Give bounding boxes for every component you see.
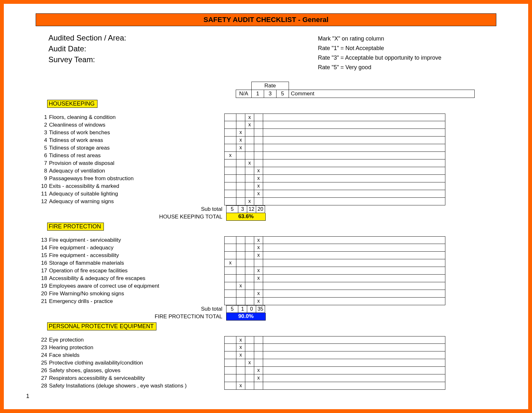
rate-cell-3[interactable] xyxy=(245,267,254,275)
rate-cell-1[interactable] xyxy=(236,175,245,182)
rate-cell-1[interactable] xyxy=(236,367,245,374)
rate-cell-5[interactable]: x xyxy=(254,374,263,382)
rate-cell-3[interactable] xyxy=(245,275,254,282)
rate-cell-1[interactable] xyxy=(236,152,245,159)
rate-cell-5[interactable] xyxy=(254,351,263,359)
rate-cell-na[interactable] xyxy=(224,114,236,121)
rate-cell-na[interactable] xyxy=(224,351,236,359)
rate-cell-5[interactable]: x xyxy=(254,167,263,175)
rate-cell-na[interactable]: x xyxy=(224,259,236,267)
comment-cell[interactable] xyxy=(263,282,445,290)
rate-cell-na[interactable] xyxy=(224,367,236,374)
rate-cell-1[interactable]: x xyxy=(236,344,245,351)
rate-cell-5[interactable]: x xyxy=(254,298,263,305)
comment-cell[interactable] xyxy=(263,190,445,198)
rate-cell-3[interactable] xyxy=(245,236,254,244)
rate-cell-5[interactable]: x xyxy=(254,175,263,182)
comment-cell[interactable] xyxy=(263,275,445,282)
rate-cell-5[interactable] xyxy=(254,344,263,351)
rate-cell-5[interactable] xyxy=(254,198,263,205)
comment-cell[interactable] xyxy=(263,374,445,382)
rate-cell-1[interactable]: x xyxy=(236,144,245,152)
rate-cell-1[interactable] xyxy=(236,359,245,367)
rate-cell-1[interactable] xyxy=(236,267,245,275)
rate-cell-1[interactable] xyxy=(236,114,245,121)
rate-cell-3[interactable] xyxy=(245,252,254,259)
rate-cell-na[interactable] xyxy=(224,374,236,382)
rate-cell-3[interactable] xyxy=(245,190,254,198)
rate-cell-1[interactable] xyxy=(236,159,245,167)
comment-cell[interactable] xyxy=(263,121,445,129)
rate-cell-na[interactable] xyxy=(224,244,236,252)
rate-cell-na[interactable] xyxy=(224,252,236,259)
comment-cell[interactable] xyxy=(263,244,445,252)
rate-cell-na[interactable] xyxy=(224,182,236,190)
rate-cell-na[interactable] xyxy=(224,336,236,344)
rate-cell-na[interactable] xyxy=(224,198,236,205)
rate-cell-5[interactable]: x xyxy=(254,290,263,298)
rate-cell-5[interactable] xyxy=(254,259,263,267)
rate-cell-3[interactable] xyxy=(245,136,254,144)
rate-cell-na[interactable] xyxy=(224,359,236,367)
rate-cell-na[interactable] xyxy=(224,275,236,282)
rate-cell-3[interactable] xyxy=(245,129,254,136)
rate-cell-3[interactable]: x xyxy=(245,159,254,167)
rate-cell-1[interactable] xyxy=(236,252,245,259)
rate-cell-3[interactable] xyxy=(245,175,254,182)
comment-cell[interactable] xyxy=(263,182,445,190)
rate-cell-5[interactable]: x xyxy=(254,236,263,244)
comment-cell[interactable] xyxy=(263,159,445,167)
rate-cell-5[interactable]: x xyxy=(254,267,263,275)
rate-cell-na[interactable] xyxy=(224,298,236,305)
rate-cell-3[interactable] xyxy=(245,259,254,267)
rate-cell-1[interactable] xyxy=(236,290,245,298)
rate-cell-5[interactable] xyxy=(254,114,263,121)
rate-cell-na[interactable] xyxy=(224,121,236,129)
rate-cell-na[interactable] xyxy=(224,167,236,175)
rate-cell-5[interactable] xyxy=(254,136,263,144)
rate-cell-3[interactable] xyxy=(245,182,254,190)
rate-cell-3[interactable] xyxy=(245,144,254,152)
comment-cell[interactable] xyxy=(263,167,445,175)
rate-cell-3[interactable]: x xyxy=(245,114,254,121)
rate-cell-5[interactable]: x xyxy=(254,182,263,190)
rate-cell-1[interactable] xyxy=(236,198,245,205)
rate-cell-na[interactable] xyxy=(224,282,236,290)
rate-cell-1[interactable] xyxy=(236,259,245,267)
comment-cell[interactable] xyxy=(263,144,445,152)
rate-cell-1[interactable] xyxy=(236,236,245,244)
rate-cell-3[interactable] xyxy=(245,382,254,390)
rate-cell-5[interactable] xyxy=(254,129,263,136)
rate-cell-1[interactable]: x xyxy=(236,136,245,144)
comment-cell[interactable] xyxy=(263,129,445,136)
rate-cell-5[interactable] xyxy=(254,121,263,129)
rate-cell-na[interactable] xyxy=(224,290,236,298)
comment-cell[interactable] xyxy=(263,336,445,344)
comment-cell[interactable] xyxy=(263,344,445,351)
comment-cell[interactable] xyxy=(263,114,445,121)
rate-cell-3[interactable] xyxy=(245,351,254,359)
rate-cell-5[interactable]: x xyxy=(254,252,263,259)
rate-cell-na[interactable] xyxy=(224,236,236,244)
rate-cell-1[interactable] xyxy=(236,182,245,190)
comment-cell[interactable] xyxy=(263,198,445,205)
comment-cell[interactable] xyxy=(263,259,445,267)
rate-cell-na[interactable] xyxy=(224,129,236,136)
rate-cell-3[interactable] xyxy=(245,374,254,382)
rate-cell-5[interactable] xyxy=(254,282,263,290)
rate-cell-na[interactable] xyxy=(224,190,236,198)
rate-cell-3[interactable] xyxy=(245,298,254,305)
rate-cell-5[interactable] xyxy=(254,382,263,390)
rate-cell-5[interactable] xyxy=(254,159,263,167)
rate-cell-5[interactable] xyxy=(254,336,263,344)
rate-cell-5[interactable]: x xyxy=(254,190,263,198)
rate-cell-3[interactable] xyxy=(245,244,254,252)
rate-cell-1[interactable] xyxy=(236,298,245,305)
rate-cell-na[interactable] xyxy=(224,159,236,167)
rate-cell-5[interactable]: x xyxy=(254,367,263,374)
rate-cell-1[interactable] xyxy=(236,121,245,129)
comment-cell[interactable] xyxy=(263,359,445,367)
rate-cell-3[interactable]: x xyxy=(245,359,254,367)
comment-cell[interactable] xyxy=(263,367,445,374)
rate-cell-3[interactable] xyxy=(245,167,254,175)
